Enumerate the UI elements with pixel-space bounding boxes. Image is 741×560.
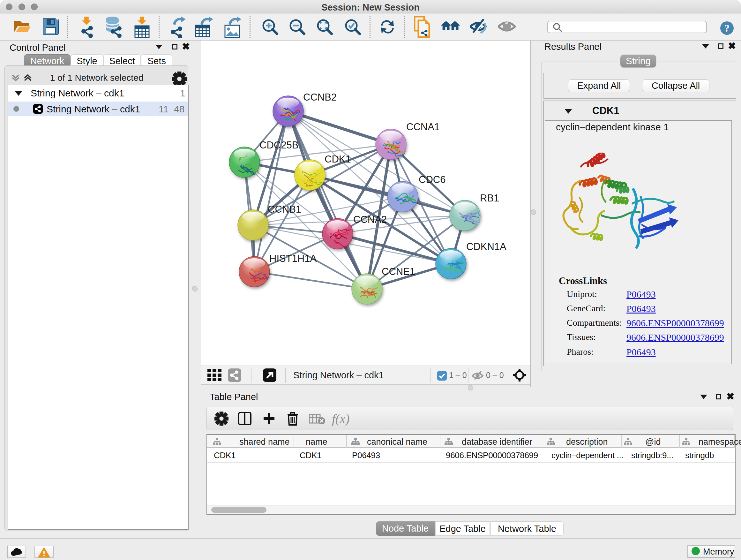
svg-text:CDC6: CDC6 <box>419 174 446 185</box>
svg-text:CCNE1: CCNE1 <box>382 266 415 277</box>
svg-text:CCNB2: CCNB2 <box>303 91 337 103</box>
svg-text:CDC25B: CDC25B <box>259 139 298 151</box>
svg-text:CCNB1: CCNB1 <box>268 204 301 215</box>
svg-text:?: ? <box>724 22 730 34</box>
svg-text:CCNA1: CCNA1 <box>406 121 440 132</box>
svg-text:RB1: RB1 <box>480 192 499 204</box>
svg-text:CDKN1A: CDKN1A <box>466 241 507 252</box>
svg-text:CDK1: CDK1 <box>325 153 351 165</box>
svg-text:CCNA2: CCNA2 <box>353 214 387 225</box>
svg-text:HIST1H1A: HIST1H1A <box>269 253 317 264</box>
